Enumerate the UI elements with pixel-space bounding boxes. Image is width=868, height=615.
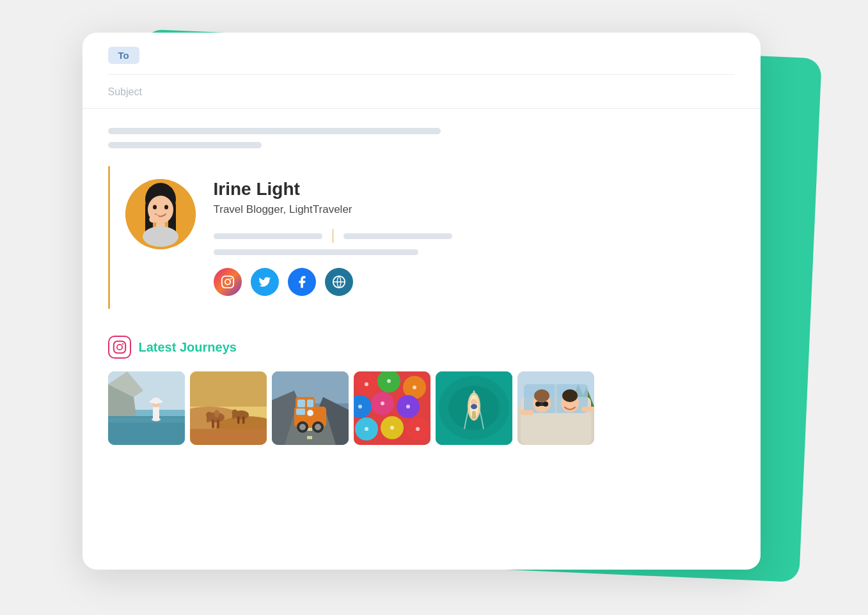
photo-thumb-6[interactable] (517, 371, 594, 445)
svg-point-87 (471, 404, 477, 409)
email-signature: Irine Light Travel Blogger, LightTravele… (108, 166, 735, 309)
svg-rect-35 (217, 419, 219, 428)
photo-thumb-3[interactable] (272, 371, 349, 445)
photo-grid (108, 371, 735, 445)
svg-rect-22 (108, 417, 185, 423)
svg-point-102 (562, 389, 578, 402)
to-row: To (108, 47, 735, 75)
svg-rect-34 (212, 419, 214, 428)
instagram-icon[interactable] (214, 268, 242, 296)
photo-image-3 (272, 371, 349, 445)
svg-rect-51 (307, 436, 312, 439)
svg-point-72 (365, 382, 368, 386)
svg-rect-55 (307, 400, 313, 407)
svg-point-99 (535, 401, 541, 407)
meta-divider (333, 229, 334, 243)
svg-point-60 (315, 424, 321, 430)
svg-point-6 (164, 205, 168, 210)
wordpress-icon[interactable] (325, 268, 353, 296)
photo-thumb-4[interactable] (354, 371, 430, 445)
signature-info: Irine Light Travel Blogger, LightTravele… (214, 179, 735, 296)
svg-rect-29 (190, 371, 267, 407)
meta-line-right (343, 233, 452, 239)
svg-point-74 (413, 385, 416, 389)
svg-rect-54 (297, 400, 305, 407)
svg-rect-32 (190, 429, 267, 445)
svg-rect-104 (581, 407, 594, 412)
photo-image-1 (108, 371, 185, 445)
latest-journeys-instagram-icon (108, 336, 131, 359)
svg-point-73 (387, 379, 391, 383)
svg-point-79 (390, 426, 394, 430)
twitter-icon[interactable] (251, 268, 279, 296)
svg-point-16 (122, 343, 123, 345)
svg-point-38 (214, 410, 219, 417)
svg-point-11 (225, 279, 230, 284)
svg-point-76 (381, 401, 384, 405)
photo-thumb-2[interactable] (190, 371, 267, 445)
svg-point-100 (543, 401, 548, 407)
lj-header: Latest Journeys (108, 336, 735, 359)
email-scene: To Subject (83, 33, 786, 582)
svg-rect-56 (296, 409, 305, 415)
photo-image-5 (436, 371, 512, 445)
email-compose-card: To Subject (83, 33, 761, 570)
svg-rect-88 (472, 411, 476, 419)
svg-rect-41 (242, 416, 245, 424)
svg-point-12 (230, 278, 231, 279)
to-badge[interactable]: To (108, 47, 139, 64)
svg-point-15 (116, 345, 122, 350)
sig-meta-lines (214, 229, 735, 243)
svg-rect-10 (221, 276, 233, 288)
svg-point-97 (534, 389, 549, 402)
avatar (125, 179, 196, 249)
email-header: To Subject (83, 33, 761, 109)
svg-point-27 (152, 398, 161, 404)
svg-rect-24 (153, 407, 159, 421)
svg-point-61 (307, 410, 313, 416)
subject-placeholder: Subject (108, 86, 142, 97)
svg-point-58 (299, 424, 306, 430)
photo-image-4 (354, 371, 430, 445)
body-text-placeholder (108, 128, 735, 148)
meta-line-left (214, 233, 322, 239)
svg-rect-40 (237, 416, 240, 424)
email-body: Irine Light Travel Blogger, LightTravele… (83, 109, 761, 309)
svg-rect-14 (113, 341, 125, 353)
svg-point-9 (143, 226, 178, 247)
svg-point-75 (358, 405, 362, 409)
svg-point-77 (406, 405, 410, 409)
photo-image-2 (190, 371, 267, 445)
photo-thumb-1[interactable] (108, 371, 185, 445)
facebook-icon[interactable] (288, 268, 316, 296)
social-icons (214, 268, 735, 296)
sig-title: Travel Blogger, LightTraveler (214, 203, 735, 216)
sig-name: Irine Light (214, 179, 735, 199)
subject-row[interactable]: Subject (108, 75, 735, 108)
avatar-image (125, 179, 196, 249)
svg-rect-103 (521, 410, 533, 415)
svg-point-5 (153, 205, 157, 210)
svg-rect-43 (232, 412, 235, 419)
svg-point-78 (365, 427, 368, 431)
latest-journeys-section: Latest Journeys (83, 329, 761, 445)
svg-point-80 (416, 427, 420, 431)
text-line-1 (108, 128, 441, 134)
photo-image-6 (517, 371, 594, 445)
text-line-2 (108, 142, 262, 148)
photo-thumb-5[interactable] (436, 371, 512, 445)
meta-line-full (214, 249, 418, 255)
lj-title: Latest Journeys (139, 340, 237, 355)
svg-rect-37 (207, 415, 209, 423)
